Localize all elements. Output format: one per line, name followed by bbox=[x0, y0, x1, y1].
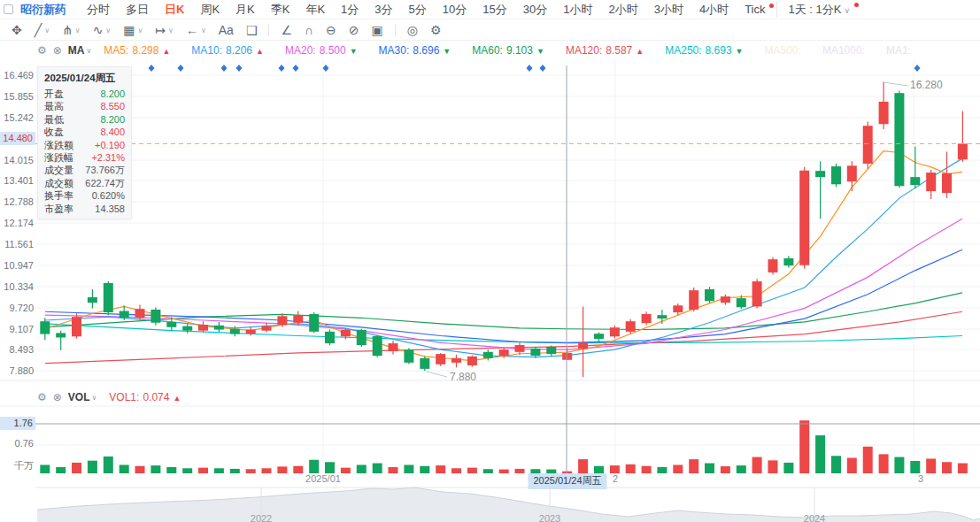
candle-body bbox=[578, 342, 588, 349]
volume-bar bbox=[831, 456, 841, 473]
indicator-ma1000[interactable]: MA1000: bbox=[822, 44, 865, 57]
navigator-area[interactable] bbox=[37, 487, 980, 522]
event-marker-icon[interactable] bbox=[221, 65, 228, 72]
vol-settings-icon[interactable]: ⚙ bbox=[37, 391, 47, 403]
candle-body bbox=[150, 310, 160, 323]
volume-bar bbox=[198, 468, 208, 473]
chevron-down-icon[interactable]: ∨ bbox=[92, 394, 97, 402]
indicator-ma500[interactable]: MA500: bbox=[765, 44, 801, 57]
candle-body bbox=[610, 327, 620, 336]
event-marker-icon[interactable] bbox=[323, 65, 329, 72]
stock-chart-app: 昭衍新药 分时多日日K周K月K季K年K1分3分5分10分15分30分1小时2小时… bbox=[0, 0, 980, 522]
volume-bar bbox=[815, 435, 825, 473]
event-marker-icon[interactable] bbox=[279, 65, 285, 72]
candle-body bbox=[182, 326, 192, 331]
volume-bar bbox=[610, 465, 620, 473]
candle-body bbox=[373, 336, 382, 356]
vol-values: VOL1:0.074▲ bbox=[109, 391, 202, 403]
event-marker-icon[interactable] bbox=[527, 65, 533, 72]
tooltip-row-市盈率: 市盈率14.358 bbox=[44, 203, 125, 215]
candle-body bbox=[910, 177, 920, 185]
candle-body bbox=[879, 102, 889, 124]
candle-body bbox=[325, 332, 335, 343]
candle-body bbox=[120, 311, 129, 318]
candle-body bbox=[926, 173, 936, 191]
indicator-ma60[interactable]: MA60:9.103▼ bbox=[472, 44, 544, 57]
tooltip-row-开盘: 开盘8.200 bbox=[44, 88, 125, 100]
tooltip-row-成交量: 成交量73.766万 bbox=[44, 164, 125, 176]
vol-close-icon[interactable]: ⊗ bbox=[53, 391, 62, 403]
volume-bar bbox=[230, 469, 240, 473]
candle-body bbox=[436, 354, 445, 365]
volume-bar bbox=[562, 472, 572, 473]
indicator-ma120[interactable]: MA120:8.587▲ bbox=[566, 44, 644, 57]
chart-canvas[interactable] bbox=[0, 0, 980, 522]
ma-settings-icon[interactable]: ⚙ bbox=[37, 44, 47, 57]
ma-group-label[interactable]: MA bbox=[68, 44, 85, 57]
volume-bar bbox=[673, 464, 683, 473]
volume-bar bbox=[642, 466, 652, 473]
tooltip-row-最高: 最高8.550 bbox=[44, 100, 125, 112]
volume-bar bbox=[737, 465, 746, 473]
volume-bar bbox=[404, 464, 413, 473]
candle-body bbox=[357, 330, 367, 345]
up-arrow-icon: ▲ bbox=[162, 47, 170, 56]
candle-body bbox=[594, 334, 604, 339]
down-arrow-icon: ▼ bbox=[736, 47, 744, 56]
candle-body bbox=[546, 347, 556, 354]
volume-bar bbox=[910, 461, 920, 473]
volume-bar bbox=[325, 462, 335, 473]
candle-body bbox=[341, 330, 351, 336]
candle-body bbox=[389, 343, 398, 351]
volume-bar bbox=[783, 463, 793, 473]
candle-body bbox=[942, 173, 952, 193]
ma-close-icon[interactable]: ⊗ bbox=[53, 44, 62, 57]
volume-bar bbox=[894, 457, 904, 473]
event-marker-icon[interactable] bbox=[540, 65, 546, 72]
indicator-ma10[interactable]: MA10:8.206▲ bbox=[191, 44, 264, 57]
volume-bar bbox=[373, 464, 382, 473]
chevron-down-icon[interactable]: ∨ bbox=[87, 47, 92, 55]
volume-bar bbox=[499, 470, 509, 473]
indicator-ma1[interactable]: MA1: bbox=[886, 44, 911, 57]
candle-body bbox=[198, 325, 208, 331]
candle-body bbox=[530, 349, 540, 356]
event-marker-icon[interactable] bbox=[236, 65, 243, 72]
volume-bar bbox=[104, 457, 113, 473]
candle-body bbox=[642, 314, 652, 323]
ohlc-tooltip: 2025/01/24周五 开盘8.200最高8.550最低8.200收盘8.40… bbox=[37, 66, 132, 219]
volume-bar bbox=[262, 468, 272, 473]
event-marker-icon[interactable] bbox=[178, 65, 184, 72]
candle-body bbox=[230, 329, 240, 334]
event-marker-icon[interactable] bbox=[914, 65, 921, 72]
indicator-ma30[interactable]: MA30:8.696▼ bbox=[379, 44, 451, 57]
volume-bar bbox=[546, 470, 556, 473]
candle-body bbox=[705, 289, 714, 301]
volume-bar bbox=[135, 466, 145, 473]
candle-body bbox=[135, 309, 145, 318]
candle-body bbox=[737, 298, 746, 307]
volume-bar bbox=[515, 469, 525, 473]
volume-bar bbox=[120, 464, 129, 473]
candle-body bbox=[562, 353, 572, 360]
volume-bar bbox=[530, 469, 540, 473]
vol-group-label[interactable]: VOL bbox=[68, 391, 90, 403]
candle-body bbox=[752, 281, 762, 306]
event-marker-icon[interactable] bbox=[293, 65, 299, 72]
volume-bar bbox=[578, 459, 588, 473]
tooltip-row-涨跌幅: 涨跌幅+2.31% bbox=[44, 151, 125, 164]
candle-body bbox=[657, 315, 667, 319]
volume-bar bbox=[309, 460, 319, 473]
event-marker-icon[interactable] bbox=[149, 65, 155, 72]
indicator-ma20[interactable]: MA20:8.500▼ bbox=[285, 44, 358, 57]
indicator-ma5[interactable]: MA5:8.298▲ bbox=[104, 44, 170, 57]
candle-body bbox=[262, 326, 272, 331]
volume-bar bbox=[689, 459, 698, 473]
volume-bar bbox=[357, 464, 367, 473]
indicator-vol1[interactable]: VOL1:0.074▲ bbox=[109, 391, 181, 403]
down-arrow-icon: ▼ bbox=[536, 47, 544, 56]
candle-body bbox=[246, 330, 256, 334]
volume-bar bbox=[768, 460, 778, 473]
indicator-ma250[interactable]: MA250:8.693▼ bbox=[665, 44, 743, 57]
candle-body bbox=[166, 322, 176, 327]
